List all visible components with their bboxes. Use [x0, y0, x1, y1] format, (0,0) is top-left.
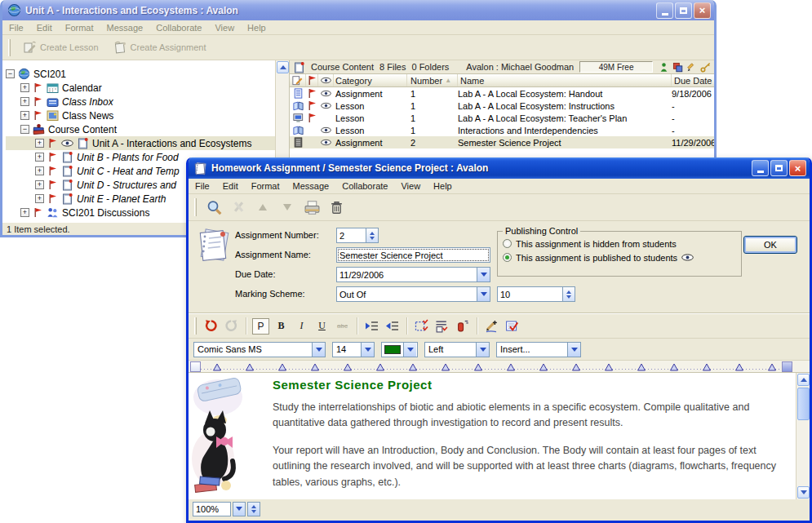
column-category[interactable]: Category	[334, 74, 407, 86]
chevron-down-icon[interactable]	[361, 343, 374, 357]
menu-message[interactable]: Message	[107, 23, 144, 33]
table-row-selected[interactable]: Assignment 2 Semester Science Project 11…	[290, 136, 714, 148]
tree-item-class-news[interactable]: + Class News	[6, 109, 289, 122]
tree-item-class-inbox[interactable]: + Class Inbox	[6, 95, 289, 109]
italic-button[interactable]: I	[293, 318, 310, 335]
flag-icon[interactable]	[307, 75, 317, 86]
due-date-dropdown[interactable]: 11/29/2006	[336, 267, 490, 282]
close-button[interactable]: ×	[694, 2, 711, 19]
menu-edit[interactable]: Edit	[223, 181, 238, 191]
print-button[interactable]	[302, 197, 322, 217]
person-icon[interactable]	[659, 62, 669, 73]
collapse-icon[interactable]: −	[6, 69, 15, 78]
font-family-dropdown[interactable]: Comic Sans MS	[193, 342, 326, 357]
assignment-name-field[interactable]	[337, 248, 490, 262]
signature-button[interactable]	[483, 318, 500, 335]
bold-button[interactable]: B	[273, 318, 290, 335]
expand-icon[interactable]: +	[35, 166, 44, 175]
tree-item-calendar[interactable]: + Calendar	[6, 81, 289, 95]
close-button[interactable]: ×	[789, 160, 806, 176]
font-color-dropdown[interactable]	[381, 342, 418, 357]
paragraph-style-button[interactable]: P	[252, 318, 269, 335]
hidden-option[interactable]: This assignment is hidden from students	[503, 237, 736, 250]
spellcheck-button[interactable]	[504, 318, 521, 335]
tools-button[interactable]	[229, 197, 248, 217]
chevron-down-icon[interactable]	[476, 343, 489, 357]
menu-file[interactable]: File	[195, 181, 210, 191]
maximize-button[interactable]	[675, 2, 692, 19]
pencil-icon[interactable]	[686, 62, 697, 73]
eye-icon[interactable]	[321, 75, 331, 86]
maximize-button[interactable]	[770, 160, 788, 176]
column-number[interactable]: Number▲	[407, 74, 458, 86]
column-due-date[interactable]: Due Date	[672, 74, 714, 86]
editor-scrollbar[interactable]	[796, 373, 810, 499]
toolbar-grip[interactable]	[194, 317, 197, 334]
scroll-up-icon[interactable]	[797, 374, 810, 386]
radio-unselected-icon[interactable]	[503, 239, 512, 248]
menu-message[interactable]: Message	[293, 181, 330, 191]
table-row[interactable]: Lesson 1 Lab A - A Local Ecosystem: Inst…	[290, 100, 714, 112]
create-lesson-button[interactable]: Create Lesson	[18, 39, 104, 56]
assignment-window-titlebar[interactable]: Homework Assignment / Semester Science P…	[189, 157, 810, 179]
rich-text-editor[interactable]: Semester Science Project Study the inter…	[189, 373, 810, 499]
toolbar-grip[interactable]	[194, 198, 197, 216]
marking-scheme-dropdown[interactable]: Out Of	[336, 286, 490, 302]
redo-button[interactable]	[223, 318, 240, 335]
key-pencil-icon[interactable]	[700, 62, 711, 73]
tab-selector-icon[interactable]	[190, 361, 201, 372]
insert-field-button[interactable]	[454, 318, 471, 335]
published-option[interactable]: This assignment is published to students	[503, 250, 736, 264]
undo-button[interactable]	[202, 318, 220, 335]
menu-format[interactable]: Format	[251, 181, 280, 191]
menu-collaborate[interactable]: Collaborate	[156, 23, 202, 33]
expand-icon[interactable]: +	[35, 153, 44, 162]
outdent-button[interactable]	[384, 318, 401, 335]
column-name[interactable]: Name	[458, 74, 672, 86]
ok-button[interactable]: OK	[743, 236, 797, 254]
table-row[interactable]: Lesson 1 Lab A - A Local Ecosystem: Teac…	[290, 112, 714, 124]
expand-icon[interactable]: +	[20, 83, 29, 92]
toolbar-grip[interactable]	[8, 39, 11, 56]
expand-icon[interactable]: +	[20, 97, 29, 106]
indent-button[interactable]	[363, 318, 380, 335]
chevron-down-icon[interactable]	[567, 343, 580, 357]
tree-item-unit-a[interactable]: + Unit A - Interactions and Ecosystems	[6, 136, 289, 150]
create-assignment-button[interactable]: Create Assignment	[109, 39, 211, 56]
expand-icon[interactable]: +	[20, 208, 29, 217]
search-button[interactable]	[204, 197, 224, 217]
menu-view[interactable]: View	[401, 181, 420, 191]
zoom-level[interactable]: 100%	[193, 502, 231, 516]
minimize-button[interactable]	[752, 160, 769, 176]
menu-format[interactable]: Format	[65, 23, 94, 33]
checklist-button[interactable]	[433, 318, 450, 335]
insert-checkbox-button[interactable]	[413, 318, 430, 335]
strikethrough-button[interactable]: abc	[334, 318, 351, 335]
stepper-buttons[interactable]	[562, 287, 575, 301]
table-row[interactable]: Lesson 1 Interactions and Interdependenc…	[290, 124, 714, 136]
zoom-dropdown-button[interactable]	[233, 502, 246, 516]
scroll-thumb[interactable]	[797, 388, 810, 420]
background-window-titlebar[interactable]: Unit A - Interactions and Ecosystems : A…	[2, 0, 714, 20]
layers-icon[interactable]	[672, 62, 683, 73]
doc-edit-icon[interactable]	[292, 75, 303, 86]
insert-dropdown[interactable]: Insert...	[496, 342, 581, 357]
ruler[interactable]	[189, 361, 810, 373]
chevron-down-icon[interactable]	[312, 343, 325, 357]
next-button[interactable]	[277, 197, 297, 217]
delete-button[interactable]	[326, 197, 346, 217]
menu-edit[interactable]: Edit	[37, 23, 52, 33]
expand-icon[interactable]: +	[35, 194, 44, 203]
editor-content[interactable]: Semester Science Project Study the inter…	[266, 373, 810, 499]
underline-button[interactable]: U	[313, 318, 331, 335]
chevron-down-icon[interactable]	[477, 268, 490, 281]
expand-icon[interactable]: +	[35, 180, 44, 189]
font-size-dropdown[interactable]: 14	[332, 342, 375, 357]
tab-end-icon[interactable]	[782, 361, 792, 372]
scroll-up-icon[interactable]	[277, 61, 289, 73]
radio-selected-icon[interactable]	[503, 253, 512, 262]
stepper-buttons[interactable]	[366, 228, 378, 242]
chevron-down-icon[interactable]	[477, 287, 490, 301]
menu-help[interactable]: Help	[247, 23, 266, 33]
table-row[interactable]: Assignment 1 Lab A - A Local Ecosystem: …	[290, 87, 714, 100]
